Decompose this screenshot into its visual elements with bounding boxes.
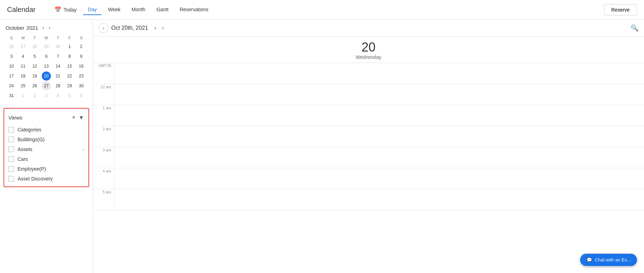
categories-label: Categories [18, 127, 41, 132]
buildings-checkbox[interactable] [8, 137, 14, 142]
dow-m: M [17, 35, 29, 41]
cal-week-6: 31 1 2 3 4 5 6 [6, 91, 87, 100]
asset-discovery-checkbox[interactable] [8, 176, 14, 182]
employee-checkbox[interactable] [8, 166, 14, 172]
cal-day[interactable]: 23 [77, 71, 86, 81]
cal-day[interactable]: 1 [19, 91, 28, 100]
days-of-week-row: S M T W T F S [6, 35, 87, 41]
cal-day[interactable]: 14 [53, 62, 62, 71]
view-item-cars[interactable]: Cars [4, 154, 88, 164]
cal-day[interactable]: 6 [42, 52, 51, 61]
next-month-button[interactable]: › [47, 24, 52, 32]
calendar-content: ‹ Oct 20th, 2021 ‹ › 🔍 20 Wednesday GMT-… [93, 20, 644, 273]
cal-day[interactable]: 17 [7, 71, 16, 81]
cal-day[interactable]: 6 [77, 91, 86, 100]
gmt-row: GMT-05 [93, 63, 644, 84]
time-content-5am[interactable] [114, 189, 644, 210]
cal-day[interactable]: 11 [19, 62, 28, 71]
cal-day[interactable]: 15 [65, 62, 74, 71]
cal-day-today[interactable]: 20 [42, 71, 51, 81]
tab-gantt[interactable]: Gantt [152, 5, 173, 15]
cal-day[interactable]: 7 [53, 52, 62, 61]
cal-day[interactable]: 2 [77, 42, 86, 51]
cal-day[interactable]: 26 [30, 81, 39, 90]
view-item-employee[interactable]: Employee(P) [4, 164, 88, 174]
assets-collapse-icon[interactable]: ‹ [82, 146, 84, 152]
view-item-buildings[interactable]: Buildings(G) [4, 135, 88, 144]
cal-day[interactable]: 13 [42, 62, 51, 71]
time-label: 3 am [93, 147, 114, 152]
cars-checkbox[interactable] [8, 156, 14, 162]
time-row-4am: 4 am [93, 168, 644, 189]
cal-day[interactable]: 29 [42, 42, 51, 51]
cal-day[interactable]: 4 [53, 91, 62, 100]
cal-day[interactable]: 19 [30, 71, 39, 81]
cal-day[interactable]: 24 [7, 81, 16, 90]
time-content-4am[interactable] [114, 168, 644, 189]
cal-day[interactable]: 29 [65, 81, 74, 90]
day-name: Wednesday [93, 54, 644, 60]
next-day-button[interactable]: › [160, 24, 166, 32]
cal-day[interactable]: 30 [53, 42, 62, 51]
cal-day[interactable]: 10 [7, 62, 16, 71]
cal-day[interactable]: 5 [65, 91, 74, 100]
prev-day-button[interactable]: ‹ [152, 24, 158, 32]
cal-day[interactable]: 2 [30, 91, 39, 100]
cal-day[interactable]: 18 [19, 71, 28, 81]
chat-button[interactable]: 💬 Chat with an Ex... [580, 254, 637, 266]
cal-day[interactable]: 16 [77, 62, 86, 71]
cal-day[interactable]: 22 [65, 71, 74, 81]
cal-day[interactable]: 28 [30, 42, 39, 51]
cal-day[interactable]: 3 [7, 52, 16, 61]
cal-day[interactable]: 30 [77, 81, 86, 90]
views-section: Views + ▾ Categories Buildings(G) Assets… [4, 108, 89, 187]
tab-reservations[interactable]: Reservations [175, 5, 213, 15]
cal-day[interactable]: 4 [19, 52, 28, 61]
cal-day[interactable]: 9 [77, 52, 86, 61]
time-content-3am[interactable] [114, 147, 644, 168]
time-row-2am: 2 am [93, 126, 644, 147]
cal-day[interactable]: 12 [30, 62, 39, 71]
dow-s1: S [6, 35, 17, 41]
time-content-12am[interactable] [114, 84, 644, 105]
back-button[interactable]: ‹ [99, 23, 108, 33]
tab-week[interactable]: Week [103, 5, 125, 15]
cal-day[interactable]: 3 [42, 91, 51, 100]
cal-day-selected[interactable]: 27 [42, 81, 51, 90]
prev-month-button[interactable]: ‹ [41, 24, 46, 32]
categories-checkbox[interactable] [8, 127, 14, 132]
view-item-assets[interactable]: Assets ‹ [4, 144, 88, 154]
cal-day[interactable]: 1 [65, 42, 74, 51]
day-view-header: 20 Wednesday [93, 37, 644, 63]
time-label: 5 am [93, 189, 114, 194]
time-content-1am[interactable] [114, 105, 644, 126]
time-label: 1 am [93, 105, 114, 110]
view-item-categories[interactable]: Categories [4, 125, 88, 135]
reserve-button[interactable]: Reserve [604, 4, 637, 15]
cal-day[interactable]: 28 [53, 81, 62, 90]
time-content-2am[interactable] [114, 126, 644, 147]
buildings-label: Buildings(G) [18, 137, 45, 142]
cal-day[interactable]: 8 [65, 52, 74, 61]
add-view-button[interactable]: + [70, 113, 77, 122]
mini-cal-nav: ‹ › [41, 24, 52, 32]
cal-week-1: 26 27 28 29 30 1 2 [6, 42, 87, 51]
cal-day[interactable]: 25 [19, 81, 28, 90]
cal-day[interactable]: 5 [30, 52, 39, 61]
asset-discovery-label: Asset Discovery [18, 176, 53, 182]
time-row-5am: 5 am [93, 189, 644, 210]
search-button[interactable]: 🔍 [631, 24, 638, 32]
cal-day[interactable]: 21 [53, 71, 62, 81]
views-title: Views [8, 115, 22, 121]
dow-t2: T [52, 35, 64, 41]
today-button[interactable]: 📅 Today [49, 4, 81, 15]
assets-checkbox[interactable] [8, 146, 14, 152]
tab-day[interactable]: Day [83, 5, 102, 15]
collapse-views-button[interactable]: ▾ [78, 113, 84, 122]
tab-month[interactable]: Month [127, 5, 150, 15]
cal-day[interactable]: 31 [7, 91, 16, 100]
view-item-asset-discovery[interactable]: Asset Discovery [4, 174, 88, 184]
cal-week-2: 3 4 5 6 7 8 9 [6, 52, 87, 61]
cal-day[interactable]: 27 [19, 42, 28, 51]
cal-day[interactable]: 26 [7, 42, 16, 51]
